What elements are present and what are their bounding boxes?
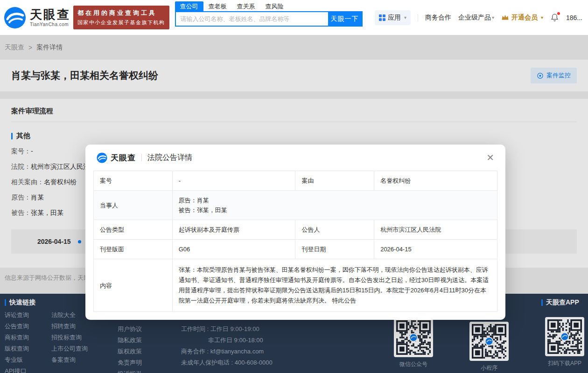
chevron-down-icon: ▾ [492,15,494,20]
apps-grid-icon [379,14,385,21]
user-phone[interactable]: 186... [566,14,582,21]
tab-search-risk[interactable]: 查风险 [260,1,289,11]
table-row: 当事人 原告：肖某 被告：张某，田某 [94,191,497,220]
cell-content-label: 内容 [94,259,173,312]
top-nav: 应用 ▾ 商务合作 企业级产品 ▾ 开通会员 ▾ [375,10,582,25]
party-plaintiff: 原告：肖某 [179,195,491,205]
nav-vip-label: 开通会员 [511,14,538,22]
top-header: 天眼查 TianYanCha.com 都在用的商业查询工具 国家中小企业发展子基… [0,0,588,35]
cell-cause: 名誉权纠纷 [374,171,497,191]
search-input[interactable] [176,12,328,26]
brand-domain: TianYanCha.com [30,22,70,27]
cell-case-no: - [172,171,295,191]
announcement-table: 案号 - 案由 名誉权纠纷 当事人 原告：肖某 被告：张某，田某 公告类型 起诉… [93,171,497,312]
nav-business-cooperation[interactable]: 商务合作 [425,14,451,22]
notification-dot [557,12,560,15]
cell-cause-label: 案由 [295,171,374,191]
nav-apps-label: 应用 [388,14,401,22]
nav-apps[interactable]: 应用 ▾ [375,10,411,25]
tab-search-boss[interactable]: 查老板 [203,1,232,11]
cell-page: G06 [172,240,295,259]
court-announcement-modal: 天眼查 法院公告详情 ✕ 案号 - 案由 名誉权纠纷 当事人 原告：肖某 被告：… [85,145,505,320]
chevron-down-icon: ▾ [404,15,406,20]
table-row: 内容 张某：本院受理原告肖某与被告张某、田某名誉权纠纷一案，因你下落不明，现依法… [94,259,497,312]
cell-date: 2026-04-15 [374,240,497,259]
close-icon[interactable]: ✕ [486,153,494,162]
slogan-line1: 都在用的商业查询工具 [77,9,165,17]
logo-text: 天眼查 TianYanCha.com [30,8,70,27]
cell-parties: 原告：肖某 被告：张某，田某 [172,191,497,220]
table-row: 公告类型 起诉状副本及开庭传票 公告人 杭州市滨江区人民法院 [94,220,497,240]
table-row: 刊登版面 G06 刊登日期 2026-04-15 [94,240,497,259]
cell-page-label: 刊登版面 [94,240,173,259]
notification-bell-icon[interactable] [550,13,559,22]
logo-eye-wave-icon [97,152,107,163]
modal-body: 案号 - 案由 名誉权纠纷 当事人 原告：肖某 被告：张某，田某 公告类型 起诉… [85,171,505,320]
cell-party-label: 当事人 [94,191,173,220]
cell-content: 张某：本院受理原告肖某与被告张某、田某名誉权纠纷一案，因你下落不明，现依法向你公… [172,259,497,312]
cell-date-label: 刊登日期 [295,240,374,259]
modal-brand: 天眼查 [111,152,136,163]
search-box: 天眼一下 [175,11,363,27]
crown-icon [501,14,509,21]
nav-enterprise-label: 企业级产品 [458,14,491,22]
slogan-line2: 国家中小企业发展子基金旗下机构 [77,19,165,26]
search-button[interactable]: 天眼一下 [328,12,362,26]
cell-case-no-label: 案号 [94,171,173,191]
table-row: 案号 - 案由 名誉权纠纷 [94,171,497,191]
nav-enterprise-products[interactable]: 企业级产品 ▾ [458,14,494,22]
tab-search-relation[interactable]: 查关系 [232,1,260,11]
nav-divider [418,14,418,21]
cell-announcer-label: 公告人 [295,220,374,240]
slogan-badge: 都在用的商业查询工具 国家中小企业发展子基金旗下机构 [73,6,169,29]
cell-type: 起诉状副本及开庭传票 [172,220,295,240]
search-tabs: 查公司 查老板 查关系 查风险 [175,1,363,11]
tab-search-company[interactable]: 查公司 [175,1,203,11]
cell-type-label: 公告类型 [94,220,173,240]
modal-title: 法院公告详情 [147,153,192,163]
brand-name: 天眼查 [30,8,70,21]
chevron-down-icon: ▾ [541,15,543,20]
modal-title-divider [141,154,142,161]
search-area: 查公司 查老板 查关系 查风险 天眼一下 [175,0,363,27]
modal-logo: 天眼查 [97,152,136,163]
logo-eye-wave-icon [4,7,26,29]
tianyancha-logo[interactable]: 天眼查 TianYanCha.com [4,7,70,29]
modal-header: 天眼查 法院公告详情 ✕ [85,145,505,171]
cell-announcer: 杭州市滨江区人民法院 [374,220,497,240]
party-defendant: 被告：张某，田某 [179,205,491,215]
nav-open-vip[interactable]: 开通会员 ▾ [501,14,543,22]
